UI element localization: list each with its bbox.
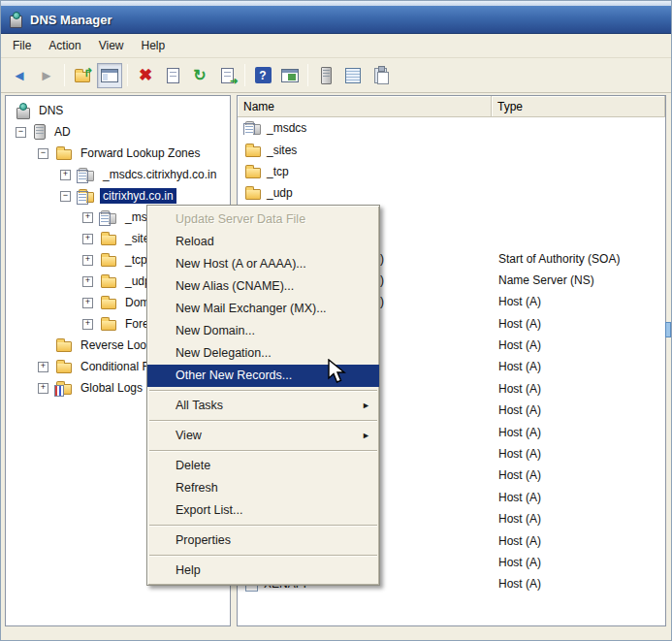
back-button[interactable]: ◄	[7, 63, 32, 88]
dns-manager-app-icon	[8, 12, 23, 28]
table-row[interactable]: _msdcs	[238, 117, 665, 139]
menu-item-new-domain[interactable]: New Domain...	[147, 320, 379, 342]
logs-folder-icon	[56, 384, 72, 395]
toolbar-separator	[244, 64, 245, 86]
cell-type: Host (A)	[492, 295, 665, 308]
cell-type: Host (A)	[492, 468, 665, 482]
cell-name: _udp	[238, 186, 492, 200]
menu-separator	[149, 420, 377, 422]
zone-list-button[interactable]	[340, 63, 366, 88]
menubar-item-action[interactable]: Action	[40, 36, 89, 55]
toolbar: ◄►✖↻?	[1, 58, 671, 93]
clipboard-button[interactable]	[368, 63, 393, 88]
cell-type: Host (A)	[492, 491, 665, 504]
tree-expander-plus-icon[interactable]: +	[82, 319, 93, 330]
menu-item-help[interactable]: Help	[147, 560, 379, 582]
table-row[interactable]: _udp	[238, 182, 665, 204]
tree-expander-plus-icon[interactable]: +	[82, 298, 93, 308]
cell-type: Host (A)	[492, 360, 665, 373]
menu-separator	[149, 450, 377, 452]
tree-expander-plus-icon[interactable]: +	[60, 170, 71, 180]
delete-x-icon: ✖	[139, 67, 152, 83]
tree-expander-plus-icon[interactable]: +	[38, 362, 48, 372]
export-list-button[interactable]	[214, 63, 240, 88]
context-menu: Update Server Data FileReloadNew Host (A…	[146, 205, 380, 586]
refresh-button[interactable]: ↻	[187, 63, 212, 88]
table-row[interactable]: _tcp	[238, 161, 665, 182]
tree-expander-minus-icon[interactable]: −	[38, 148, 48, 159]
menu-item-all-tasks[interactable]: All Tasks►	[147, 395, 379, 417]
cell-type: Host (A)	[492, 556, 665, 569]
column-header-type[interactable]: Type	[492, 96, 665, 117]
menu-item-export-list[interactable]: Export List...	[147, 499, 379, 522]
menu-item-new-alias[interactable]: New Alias (CNAME)...	[147, 275, 379, 298]
menu-item-new-host[interactable]: New Host (A or AAAA)...	[147, 253, 379, 275]
folder-icon	[101, 299, 116, 309]
tree-expander-plus-icon[interactable]: +	[82, 276, 93, 287]
tree-expander-plus-icon[interactable]: +	[38, 383, 48, 394]
tree-item-dns[interactable]: DNS	[6, 100, 230, 121]
folder-icon	[101, 235, 116, 245]
console-window-button[interactable]	[277, 63, 303, 88]
window-edge-artifact	[665, 322, 671, 337]
forward-button[interactable]: ►	[34, 63, 59, 88]
menu-item-view[interactable]: View►	[147, 425, 379, 447]
tree-expander-plus-icon[interactable]: +	[82, 234, 93, 244]
properties-doc-button[interactable]	[160, 63, 185, 88]
refresh-icon: ↻	[193, 68, 206, 83]
tree-item--msdcs-citrixhyd-co-in[interactable]: +_msdcs.citrixhyd.co.in	[6, 164, 230, 185]
list-header: NameType	[238, 96, 665, 117]
menu-item-update-server-data-file: Update Server Data File	[147, 208, 379, 231]
console-tree-toggle-button[interactable]	[97, 63, 122, 88]
server-icon	[34, 124, 46, 140]
column-header-name[interactable]: Name	[238, 96, 492, 117]
folder-up-icon	[75, 72, 90, 82]
folder-icon	[56, 363, 72, 373]
properties-icon	[167, 68, 179, 83]
submenu-arrow-icon: ►	[362, 425, 370, 447]
folder-icon	[56, 149, 72, 160]
table-row[interactable]: _sites	[238, 139, 665, 160]
tree-expander-plus-icon[interactable]: +	[82, 255, 93, 266]
zone-gray-icon	[79, 171, 94, 181]
menu-item-reload[interactable]: Reload	[147, 231, 379, 253]
dns-root-icon	[16, 103, 30, 119]
help-button[interactable]: ?	[250, 63, 275, 88]
tree-item-ad[interactable]: −AD	[6, 121, 230, 143]
folder-icon	[245, 168, 261, 178]
menu-item-refresh[interactable]: Refresh	[147, 477, 379, 499]
menubar-item-view[interactable]: View	[90, 36, 133, 55]
clipboard-icon	[374, 68, 387, 83]
tree-item-label: DNS	[36, 103, 66, 118]
tree-item-label: citrixhyd.co.in	[100, 188, 176, 204]
folder-icon	[245, 189, 261, 200]
delete-button[interactable]: ✖	[133, 63, 158, 88]
menubar-item-file[interactable]: File	[4, 36, 40, 55]
server-button[interactable]	[313, 63, 338, 88]
folder-icon	[245, 146, 261, 157]
zone-gray-icon	[101, 213, 116, 224]
cell-name: _msdcs	[238, 121, 492, 135]
tree-item-citrixhyd-co-in[interactable]: −citrixhyd.co.in	[6, 185, 230, 207]
tree-item-label: AD	[51, 124, 74, 140]
menubar-item-help[interactable]: Help	[133, 36, 175, 55]
cell-type: Host (A)	[492, 577, 665, 591]
forward-arrow-icon: ►	[40, 68, 54, 82]
console-tree-icon	[101, 69, 118, 82]
tree-expander-minus-icon[interactable]: −	[60, 191, 71, 202]
dns-manager-window: { "window": { "title": "DNS Manager" }, …	[0, 0, 672, 641]
tree-expander-minus-icon[interactable]: −	[16, 127, 26, 138]
up-level-button[interactable]	[70, 63, 95, 88]
submenu-arrow-icon: ►	[362, 395, 370, 417]
menu-item-new-mail-exchanger[interactable]: New Mail Exchanger (MX)...	[147, 298, 379, 320]
title-bar[interactable]: DNS Manager	[1, 6, 671, 34]
tree-expander-plus-icon[interactable]: +	[82, 212, 93, 223]
cell-type: Host (A)	[492, 382, 665, 396]
folder-icon	[101, 277, 116, 288]
menu-item-delete[interactable]: Delete	[147, 455, 379, 477]
window-title: DNS Manager	[30, 13, 112, 27]
menu-item-properties[interactable]: Properties	[147, 529, 379, 552]
tree-item-forward-lookup-zones[interactable]: −Forward Lookup Zones	[6, 143, 230, 164]
menu-separator	[149, 525, 377, 527]
tree-item-label: Global Logs	[78, 380, 145, 396]
